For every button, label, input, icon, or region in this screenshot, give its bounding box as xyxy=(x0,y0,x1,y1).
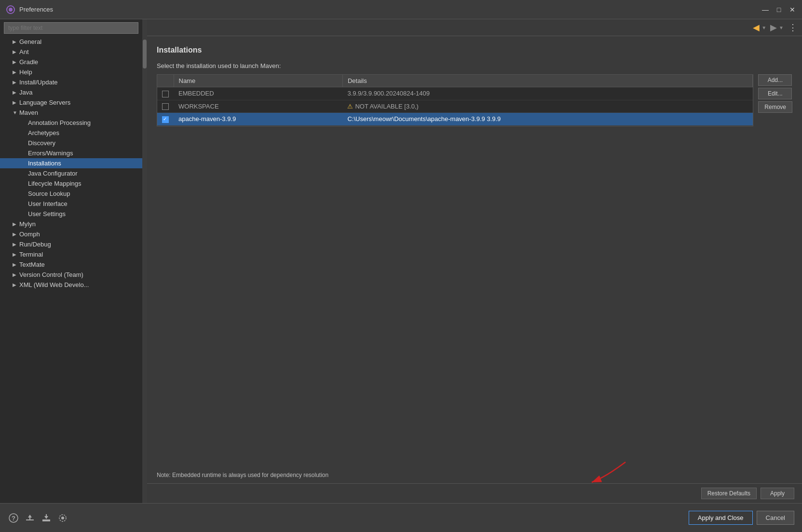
sidebar-item-label: TextMate xyxy=(19,261,45,268)
scrollbar-thumb[interactable] xyxy=(143,40,147,68)
chevron-icon: ▶ xyxy=(13,262,19,267)
chevron-icon: ▶ xyxy=(13,242,19,247)
sidebar-scrollbar[interactable] xyxy=(142,19,147,503)
sidebar-item-version-control[interactable]: ▶Version Control (Team) xyxy=(0,270,142,280)
svg-rect-8 xyxy=(42,520,50,521)
nav-back-dropdown[interactable]: ▼ xyxy=(761,25,766,30)
app-icon xyxy=(6,5,15,14)
chevron-icon: ▼ xyxy=(13,110,19,115)
sidebar-item-mylyn[interactable]: ▶Mylyn xyxy=(0,219,142,229)
sidebar-item-textmate[interactable]: ▶TextMate xyxy=(0,259,142,270)
edit-button[interactable]: Edit... xyxy=(758,88,792,99)
window-controls: — □ ✕ xyxy=(761,6,796,14)
chevron-icon: ▶ xyxy=(13,232,19,237)
window-title: Preferences xyxy=(19,6,761,13)
sidebar-item-ant[interactable]: ▶Ant xyxy=(0,47,142,57)
restore-defaults-button[interactable]: Restore Defaults xyxy=(701,488,757,499)
sidebar-item-errors-warnings[interactable]: Errors/Warnings xyxy=(0,148,142,158)
svg-point-1 xyxy=(9,8,13,12)
table-row[interactable]: apache-maven-3.9.9C:\Users\meowr\Documen… xyxy=(157,113,753,126)
sidebar-item-lifecycle-mappings[interactable]: Lifecycle Mappings xyxy=(0,178,142,189)
sidebar-item-java[interactable]: ▶Java xyxy=(0,87,142,97)
row-checkbox[interactable] xyxy=(162,116,169,123)
sidebar-item-archetypes[interactable]: Archetypes xyxy=(0,128,142,138)
sidebar-item-discovery[interactable]: Discovery xyxy=(0,138,142,148)
bottom-icons: ? xyxy=(8,512,68,524)
sidebar-item-label: Archetypes xyxy=(28,129,59,136)
sidebar-inner: ▶General▶Ant▶Gradle▶Help▶Install/Update▶… xyxy=(0,19,142,503)
sidebar-item-general[interactable]: ▶General xyxy=(0,37,142,47)
chevron-icon: ▶ xyxy=(13,80,19,85)
import-icon-button[interactable] xyxy=(24,512,36,524)
sidebar-item-label: Help xyxy=(19,68,32,76)
sidebar-item-annotation-processing[interactable]: Annotation Processing xyxy=(0,118,142,128)
installations-table-wrapper: Name Details EMBEDDED3.9.9/3.9.900.20240… xyxy=(157,74,753,126)
apply-and-close-button[interactable]: Apply and Close xyxy=(689,511,753,525)
content-main: Installations Select the installation us… xyxy=(147,36,802,483)
note-text: Note: Embedded runtime is always used fo… xyxy=(157,468,792,478)
side-buttons: Add... Edit... Remove xyxy=(753,74,792,113)
sidebar-item-label: General xyxy=(19,38,41,45)
cancel-button[interactable]: Cancel xyxy=(757,511,794,525)
chevron-icon: ▶ xyxy=(13,282,19,287)
search-input[interactable] xyxy=(4,22,138,34)
sidebar-item-install-update[interactable]: ▶Install/Update xyxy=(0,77,142,87)
bottom-bar: ? Apply and Close Cancel xyxy=(0,503,802,532)
apply-button[interactable]: Apply xyxy=(761,488,794,499)
sidebar-item-java-configurator[interactable]: Java Configurator xyxy=(0,168,142,178)
sidebar-tree: ▶General▶Ant▶Gradle▶Help▶Install/Update▶… xyxy=(0,37,142,290)
table-row[interactable]: EMBEDDED3.9.9/3.9.900.20240824-1409 xyxy=(157,87,753,100)
preferences-icon-button[interactable] xyxy=(57,512,68,524)
sidebar-item-label: Oomph xyxy=(19,231,40,238)
col-name: Name xyxy=(174,75,342,87)
installations-table: Name Details EMBEDDED3.9.9/3.9.900.20240… xyxy=(157,75,753,126)
sidebar-item-user-interface[interactable]: User Interface xyxy=(0,199,142,209)
remove-button[interactable]: Remove xyxy=(758,101,792,113)
nav-back-button[interactable]: ◀ xyxy=(751,21,761,34)
chevron-icon: ▶ xyxy=(13,90,19,95)
chevron-icon: ▶ xyxy=(13,100,19,105)
svg-marker-7 xyxy=(44,514,48,519)
row-details: C:\Users\meowr\Documents\apache-maven-3.… xyxy=(342,113,752,126)
nav-forward-dropdown[interactable]: ▼ xyxy=(779,25,784,30)
sidebar-item-label: User Settings xyxy=(28,210,66,218)
row-checkbox[interactable] xyxy=(162,103,169,110)
sidebar-item-help[interactable]: ▶Help xyxy=(0,67,142,77)
sidebar-item-run-debug[interactable]: ▶Run/Debug xyxy=(0,239,142,249)
chevron-icon: ▶ xyxy=(13,252,19,257)
warning-icon: ⚠ xyxy=(347,103,353,110)
sidebar-item-terminal[interactable]: ▶Terminal xyxy=(0,249,142,259)
minimize-button[interactable]: — xyxy=(761,6,769,14)
chevron-icon: ▶ xyxy=(13,272,19,277)
maximize-button[interactable]: □ xyxy=(775,6,783,14)
sidebar-item-oomph[interactable]: ▶Oomph xyxy=(0,229,142,239)
chevron-icon: ▶ xyxy=(13,39,19,44)
table-row[interactable]: WORKSPACE⚠NOT AVAILABLE [3.0,) xyxy=(157,100,753,113)
add-button[interactable]: Add... xyxy=(758,74,792,86)
nav-more-button[interactable]: ⋮ xyxy=(788,21,798,34)
sidebar-item-label: Java Configurator xyxy=(28,170,78,177)
row-name: EMBEDDED xyxy=(174,87,342,100)
sidebar-item-label: XML (Wild Web Develo... xyxy=(19,281,89,288)
page-title: Installations xyxy=(157,46,792,55)
nav-forward-button[interactable]: ▶ xyxy=(768,21,779,34)
sidebar-item-xml-wild[interactable]: ▶XML (Wild Web Develo... xyxy=(0,280,142,290)
sidebar-item-user-settings[interactable]: User Settings xyxy=(0,209,142,219)
sidebar-item-gradle[interactable]: ▶Gradle xyxy=(0,57,142,67)
sidebar-item-label: Ant xyxy=(19,48,29,55)
export-icon-button[interactable] xyxy=(41,512,52,524)
col-check xyxy=(157,75,174,87)
sidebar-item-installations[interactable]: Installations xyxy=(0,158,142,168)
row-details: ⚠NOT AVAILABLE [3.0,) xyxy=(342,100,752,113)
sidebar-item-maven[interactable]: ▼Maven xyxy=(0,108,142,118)
svg-text:?: ? xyxy=(12,515,15,522)
sidebar-item-label: Mylyn xyxy=(19,220,36,228)
sidebar-item-source-lookup[interactable]: Source Lookup xyxy=(0,189,142,199)
close-button[interactable]: ✕ xyxy=(788,6,796,14)
row-name: apache-maven-3.9.9 xyxy=(174,113,342,126)
sidebar-item-language-servers[interactable]: ▶Language Servers xyxy=(0,97,142,108)
sidebar-item-label: Run/Debug xyxy=(19,241,51,248)
row-checkbox[interactable] xyxy=(162,91,169,97)
help-icon-button[interactable]: ? xyxy=(8,512,19,524)
sidebar-item-label: Gradle xyxy=(19,58,38,66)
